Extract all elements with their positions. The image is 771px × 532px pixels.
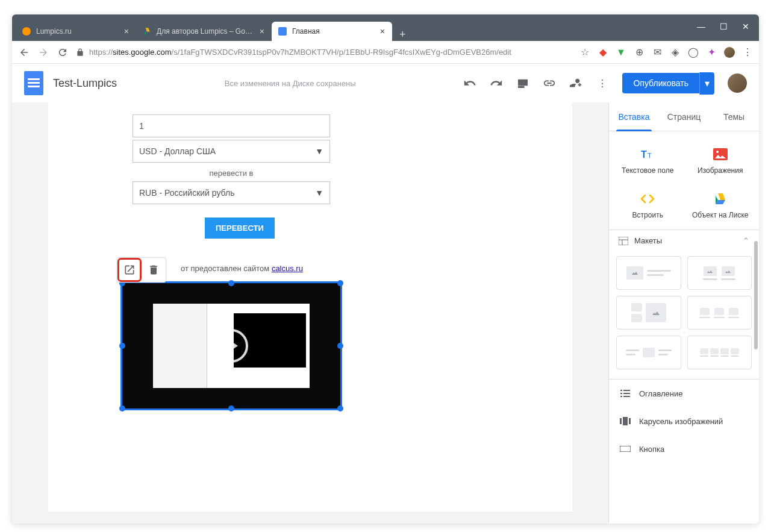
ext-icon-4[interactable]: ✉ [652,47,663,58]
ext-icon-1[interactable]: ◆ [598,47,608,58]
svg-text:T: T [641,149,647,160]
tab-title: Lumpics.ru [36,27,119,36]
forward-button[interactable] [37,46,49,58]
svg-rect-14 [623,417,628,425]
insert-carousel[interactable]: Карусель изображений [609,407,759,435]
to-currency-select[interactable]: RUB - Российский рубль▼ [133,181,330,204]
layout-option-1[interactable] [616,256,681,290]
text-box-icon: TT [639,146,656,163]
new-tab-button[interactable]: + [392,28,413,41]
open-settings-button[interactable] [117,258,142,282]
layouts-icon [619,237,628,245]
convert-button[interactable]: ПЕРЕВЕСТИ [205,217,275,239]
svg-rect-15 [629,418,631,424]
ext-icon-6[interactable]: ◯ [688,47,699,58]
embed-icon [639,190,656,207]
resize-handle[interactable] [337,405,343,412]
convert-label: перевести в [133,169,330,178]
url-text: https://sites.google.com/s/1faFgTWSXDCvR… [89,48,511,57]
maximize-button[interactable]: ☐ [720,22,728,31]
reload-button[interactable] [57,46,69,58]
insert-images[interactable]: Изображения [687,141,755,181]
browser-menu-icon[interactable]: ⋮ [742,47,753,58]
browser-tab-lumpics[interactable]: Lumpics.ru × [16,22,136,41]
component-label: Карусель изображений [639,417,723,426]
resize-handle[interactable] [119,343,125,349]
address-bar: https://sites.google.com/s/1faFgTWSXDCvR… [12,41,759,64]
favicon-icon [22,27,31,36]
from-currency-select[interactable]: USD - Доллар США▼ [133,140,330,163]
preview-button[interactable] [516,77,529,90]
publish-button[interactable]: Опубликовать [622,73,699,93]
insert-drive[interactable]: Объект на Лиске [687,186,755,225]
insert-text-box[interactable]: TT Текстовое поле [614,141,682,181]
carousel-icon [620,416,631,427]
back-button[interactable] [18,46,30,58]
url-field[interactable]: https://sites.google.com/s/1faFgTWSXDCvR… [76,48,572,57]
tab-insert[interactable]: Вставка [609,102,659,131]
redo-button[interactable] [490,77,503,90]
ext-icon-5[interactable]: ◈ [670,47,681,58]
credit-link[interactable]: calcus.ru [272,264,303,273]
more-button[interactable]: ⋮ [596,77,609,90]
ext-icon-7[interactable]: ✦ [706,47,717,58]
tab-close-icon[interactable]: × [124,27,129,36]
video-embed-block[interactable] [120,281,342,410]
currency-converter-widget: USD - Доллар США▼ перевести в RUB - Росс… [133,114,548,273]
collapse-icon[interactable]: ⌃ [743,236,749,245]
tab-themes[interactable]: Темы [709,102,759,131]
delete-button[interactable] [142,258,166,282]
svg-rect-4 [619,237,628,245]
to-currency-label: RUB - Российский рубль [139,188,234,198]
svg-text:T: T [648,152,652,159]
insert-button[interactable]: Кнопка [609,435,759,463]
image-icon [712,146,729,163]
insert-toc[interactable]: Оглавление [609,380,759,407]
layout-option-4[interactable] [687,296,752,330]
svg-rect-13 [620,418,622,424]
amount-input[interactable] [133,114,330,137]
insert-embed[interactable]: Встроить [614,186,682,225]
toc-icon [620,388,631,399]
sites-logo-icon[interactable] [24,71,43,95]
minimize-button[interactable]: — [697,22,705,31]
browser-tab-drive[interactable]: Для авторов Lumpics – Google Д × [136,22,272,41]
user-avatar[interactable] [728,74,747,93]
tab-title: Главная [292,27,375,36]
close-window-button[interactable]: ✕ [742,22,749,31]
share-button[interactable] [569,77,582,90]
insert-label: Изображения [698,166,743,176]
resize-handle[interactable] [119,405,125,412]
link-button[interactable] [543,77,556,90]
publish-dropdown[interactable]: ▾ [699,72,714,95]
ext-icon-3[interactable]: ⊕ [634,47,645,58]
browser-tab-sites[interactable]: Главная × [272,22,392,41]
resize-handle[interactable] [337,280,343,286]
drive-favicon-icon [142,27,152,36]
lock-icon [76,48,84,57]
layouts-header: Макеты ⌃ [609,230,759,251]
chevron-down-icon: ▼ [315,188,323,198]
profile-avatar-icon[interactable] [724,47,735,58]
canvas-area[interactable]: USD - Доллар США▼ перевести в RUB - Росс… [12,102,608,524]
ext-icon-2[interactable]: ▼ [616,47,626,58]
scrollbar[interactable] [754,241,758,349]
resize-handle[interactable] [228,280,234,286]
tab-pages[interactable]: Страниц [659,102,709,131]
layout-option-5[interactable] [616,336,681,369]
layout-option-6[interactable] [687,336,752,369]
resize-handle[interactable] [337,343,343,349]
from-currency-label: USD - Доллар США [139,146,216,156]
tab-close-icon[interactable]: × [380,27,385,36]
drive-icon [712,190,729,207]
element-toolbar [117,257,166,283]
svg-point-3 [716,151,719,153]
layout-option-2[interactable] [687,256,752,290]
resize-handle[interactable] [228,405,234,412]
document-title[interactable]: Test-Lumpics [53,77,117,90]
undo-button[interactable] [463,77,476,90]
side-panel: Вставка Страниц Темы TT Текстовое поле И… [608,102,759,524]
layout-option-3[interactable] [616,296,681,330]
star-icon[interactable]: ☆ [579,47,590,58]
tab-close-icon[interactable]: × [260,27,264,36]
